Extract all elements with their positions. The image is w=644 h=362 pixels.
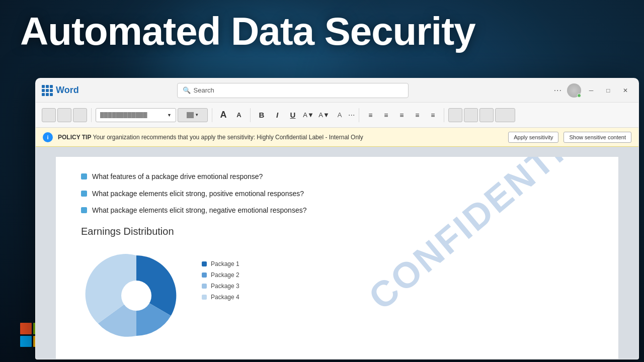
legend-item-1: Package 1 — [202, 260, 239, 267]
style-btn-3[interactable] — [73, 108, 87, 122]
legend-dot-2 — [202, 273, 207, 278]
search-bar[interactable]: 🔍 Search — [177, 83, 409, 98]
bullet-text: What features of a package drive emotion… — [92, 172, 263, 182]
list-item: What package elements elicit strong, neg… — [81, 206, 593, 216]
show-sensitive-content-button[interactable]: Show sensitive content — [564, 132, 631, 143]
list-item: What package elements elicit strong, pos… — [81, 189, 593, 199]
more-format-icon[interactable]: ··· — [348, 111, 355, 120]
align-right-button[interactable]: ≡ — [394, 108, 409, 122]
grid-dot — [42, 89, 45, 92]
increase-font-size-btn[interactable]: A — [216, 108, 230, 122]
app-name-label: Word — [56, 85, 79, 96]
legend-dot-4 — [202, 295, 207, 300]
legend-label-2: Package 2 — [211, 272, 239, 279]
bold-button[interactable]: B — [255, 108, 269, 122]
grid-dot — [50, 85, 53, 88]
font-name-dropdown[interactable]: ████████████ ▼ — [96, 108, 176, 122]
grid-dot — [46, 93, 49, 96]
font-size-dropdown[interactable]: ██ ▼ — [178, 108, 208, 122]
policy-tip-bar: i POLICY TIP Your organization recommend… — [36, 128, 638, 147]
highlight-color-button[interactable]: A▼ — [301, 108, 315, 122]
legend-dot-3 — [202, 284, 207, 289]
justify-button[interactable]: ≡ — [410, 108, 424, 122]
grid-dot — [50, 93, 53, 96]
ribbon-group-align: ≡ ≡ ≡ ≡ ≡ — [363, 108, 444, 122]
style-btn-1[interactable] — [42, 108, 56, 122]
bullet-icon — [81, 207, 87, 213]
spacing-btn-4[interactable] — [495, 108, 515, 122]
word-window: Word 🔍 Search ··· ─ □ ✕ ████████████ — [35, 78, 639, 359]
title-bar-controls: ··· ─ □ ✕ — [554, 83, 632, 98]
chart-legend: Package 1 Package 2 Package 3 Package 4 — [202, 260, 239, 301]
font-name-value: ████████████ — [100, 112, 167, 118]
policy-text: POLICY TIP Your organization recommends … — [58, 134, 503, 141]
ms-logo-red — [20, 323, 32, 334]
italic-button[interactable]: I — [270, 108, 284, 122]
grid-dot — [46, 89, 49, 92]
style-btn-2[interactable] — [57, 108, 71, 122]
policy-info-icon: i — [43, 132, 53, 142]
indent-button[interactable]: ≡ — [426, 108, 440, 122]
ms-logo-blue — [20, 336, 32, 347]
spacing-btn-3[interactable] — [479, 108, 494, 122]
main-title: Automated Data Security — [20, 10, 475, 53]
grid-dot — [50, 89, 53, 92]
maximize-button[interactable]: □ — [601, 83, 615, 98]
legend-label-3: Package 3 — [211, 283, 239, 290]
font-size-arrow-icon: ▼ — [195, 113, 199, 117]
search-icon: 🔍 — [183, 86, 191, 94]
policy-tip-label: POLICY TIP — [58, 134, 91, 141]
minimize-button[interactable]: ─ — [584, 83, 598, 98]
spacing-btn-2[interactable] — [464, 108, 478, 122]
ribbon: ████████████ ▼ ██ ▼ A A B I U A▼ A▼ A ··… — [36, 103, 638, 128]
policy-message: Your organization recommends that you ap… — [93, 134, 363, 141]
word-grid-icon — [42, 85, 53, 96]
decrease-font-size-btn[interactable]: A — [232, 108, 246, 122]
avatar[interactable] — [567, 83, 581, 98]
bullet-text: What package elements elicit strong, neg… — [92, 206, 306, 216]
bullet-icon — [81, 173, 87, 179]
list-item: What features of a package drive emotion… — [81, 172, 593, 182]
doc-page: CONFIDENTIAL What features of a package … — [56, 157, 618, 359]
align-left-button[interactable]: ≡ — [363, 108, 377, 122]
spacing-btn-1[interactable] — [448, 108, 462, 122]
title-bar: Word 🔍 Search ··· ─ □ ✕ — [36, 78, 638, 103]
ribbon-group-text-size: A A — [216, 108, 251, 122]
pie-center — [121, 281, 151, 311]
apply-sensitivity-button[interactable]: Apply sensitivity — [508, 132, 558, 143]
grid-dot — [42, 85, 45, 88]
chart-title: Earnings Distribution — [81, 226, 593, 237]
legend-dot-1 — [202, 261, 207, 266]
legend-item-4: Package 4 — [202, 294, 239, 301]
doc-content: CONFIDENTIAL What features of a package … — [36, 147, 638, 359]
legend-label-1: Package 1 — [211, 260, 239, 267]
grid-dot — [42, 93, 45, 96]
ribbon-group-style — [42, 108, 92, 122]
font-name-arrow-icon: ▼ — [167, 113, 172, 118]
search-placeholder-text: Search — [194, 86, 214, 94]
align-center-button[interactable]: ≡ — [379, 108, 393, 122]
online-status-dot — [577, 94, 581, 98]
clear-format-button[interactable]: A — [333, 108, 347, 122]
font-color-button[interactable]: A▼ — [317, 108, 331, 122]
bullet-list: What features of a package drive emotion… — [81, 172, 593, 216]
pie-chart — [81, 245, 192, 346]
more-options-label[interactable]: ··· — [554, 86, 562, 95]
bullet-icon — [81, 191, 87, 197]
ribbon-group-spacing — [448, 108, 519, 122]
ribbon-group-font: ████████████ ▼ ██ ▼ — [96, 108, 212, 122]
ribbon-group-format: B I U A▼ A▼ A ··· — [255, 108, 359, 122]
underline-button[interactable]: U — [286, 108, 300, 122]
legend-label-4: Package 4 — [211, 294, 239, 301]
bullet-text: What package elements elicit strong, pos… — [92, 189, 304, 199]
legend-item-3: Package 3 — [202, 283, 239, 290]
close-button[interactable]: ✕ — [618, 83, 632, 98]
word-logo-area: Word — [42, 85, 102, 96]
font-size-value: ██ — [187, 112, 194, 118]
grid-dot — [46, 85, 49, 88]
chart-area: Package 1 Package 2 Package 3 Package 4 — [81, 245, 593, 346]
legend-item-2: Package 2 — [202, 272, 239, 279]
